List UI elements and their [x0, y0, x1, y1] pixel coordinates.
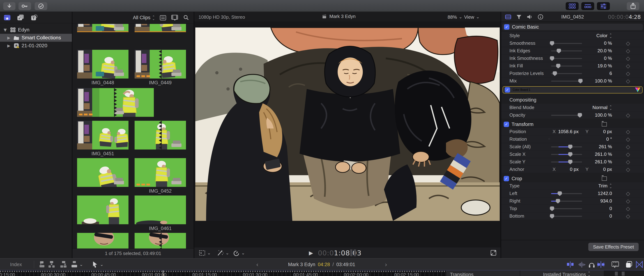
transitions-browser-button[interactable]: [636, 260, 643, 269]
opacity-slider[interactable]: [551, 112, 582, 119]
ink-fill-slider[interactable]: [551, 62, 582, 70]
keyframe-button[interactable]: ◇: [612, 40, 644, 46]
view-popup[interactable]: View⌄: [464, 14, 480, 20]
transitions-filter-popup[interactable]: Installed Transitions ⌃⌄: [531, 272, 603, 276]
blend-mode-popup[interactable]: Normal ⌃⌄: [551, 105, 612, 110]
onscreen-control-icon[interactable]: [602, 122, 607, 126]
clip-thumbnail[interactable]: [77, 24, 128, 32]
onscreen-control-icon[interactable]: [602, 176, 607, 181]
keyframe-button[interactable]: ◇: [612, 198, 644, 204]
keyframe-button[interactable]: ◇: [612, 144, 644, 150]
snapping-toggle-icon[interactable]: [597, 261, 605, 268]
keyframe-button[interactable]: ◇: [612, 63, 644, 69]
position-y-field[interactable]: 0 px: [589, 129, 612, 134]
filmstrip-comment-icon[interactable]: [611, 261, 620, 268]
mix-slider[interactable]: [551, 77, 582, 85]
skimming-toggle-icon[interactable]: [566, 261, 574, 268]
timeline-ruler[interactable]: 00:00:15:0000:00:30:0000:00:45:0000:01:0…: [0, 270, 446, 276]
effect-header-color-board[interactable]: ✓ Color Board 1: [502, 86, 642, 94]
share-button[interactable]: [627, 2, 639, 10]
list-view-icon[interactable]: [160, 15, 166, 21]
effect-header-comic-basic[interactable]: ✓ Comic Basic: [502, 24, 643, 30]
keyframe-button[interactable]: ◇: [612, 55, 644, 62]
ink-smoothness-slider[interactable]: [551, 54, 582, 62]
clip-thumbnail[interactable]: [77, 158, 128, 187]
clip-thumbnail[interactable]: [134, 158, 186, 187]
keyframe-button[interactable]: ◇: [612, 48, 644, 54]
search-icon[interactable]: [183, 14, 190, 21]
scale-all-slider[interactable]: [551, 143, 582, 150]
enhance-popup[interactable]: ⌄: [216, 250, 229, 256]
titles-generators-tab-icon[interactable]: [30, 14, 38, 21]
next-project-button[interactable]: ›: [385, 261, 387, 268]
library-row-edyn[interactable]: ▼ Edyn: [0, 26, 72, 34]
clip-filter-popup[interactable]: All Clips ⌃⌄: [133, 15, 155, 20]
sidebar-item-event[interactable]: ▶ 21-01-2020: [0, 42, 72, 50]
clip-thumbnail[interactable]: [77, 121, 128, 150]
position-x-field[interactable]: 1058.6 px: [556, 129, 578, 134]
keyframe-button[interactable]: ◇: [612, 159, 644, 165]
crop-right-slider[interactable]: [551, 197, 582, 205]
posterize-slider[interactable]: [551, 70, 582, 77]
photos-audio-tab-icon[interactable]: [17, 14, 24, 21]
clip-thumbnail[interactable]: [77, 88, 154, 117]
audio-skimming-toggle-icon[interactable]: [578, 261, 586, 268]
insert-edit-button[interactable]: [48, 261, 55, 268]
index-button[interactable]: Index: [10, 262, 22, 268]
inspector-toggle-button[interactable]: [597, 2, 610, 10]
fullscreen-icon[interactable]: [490, 249, 497, 256]
clip-thumbnail[interactable]: [77, 233, 128, 248]
clip-thumbnail[interactable]: [77, 196, 128, 224]
tool-popup[interactable]: ⌄: [91, 261, 104, 268]
effects-browser-button[interactable]: [625, 260, 633, 269]
effect-enable-checkbox[interactable]: ✓: [505, 87, 510, 92]
keyframe-button[interactable]: ◇: [612, 112, 644, 118]
disclosure-closed-icon[interactable]: ▶: [6, 44, 12, 48]
scale-x-slider[interactable]: [551, 150, 582, 158]
keywords-button[interactable]: [18, 2, 31, 10]
smoothness-slider[interactable]: [551, 40, 582, 47]
style-popup[interactable]: Color ⌃⌄: [551, 33, 612, 38]
filmstrip-view-icon[interactable]: [171, 14, 178, 21]
ink-edges-slider[interactable]: [551, 47, 582, 54]
anchor-x-field[interactable]: 0 px: [556, 166, 578, 172]
append-edit-button[interactable]: [60, 261, 67, 268]
solo-headphones-icon[interactable]: [588, 261, 596, 268]
rotation-field[interactable]: 0 °: [582, 136, 612, 142]
crop-bottom-slider[interactable]: [551, 212, 582, 220]
sidebar-item-smart-collections[interactable]: ▶ Smart Collections: [0, 34, 72, 42]
viewer-stage[interactable]: [194, 22, 500, 247]
clip-thumbnail[interactable]: [77, 50, 128, 78]
overwrite-edit-popup[interactable]: ⌄: [71, 261, 83, 268]
import-media-button[interactable]: [3, 2, 16, 10]
clip-thumbnail[interactable]: [134, 121, 186, 150]
keyframe-button[interactable]: ◇: [612, 136, 644, 142]
clip-thumbnail[interactable]: [134, 50, 186, 78]
save-effects-preset-button[interactable]: Save Effects Preset: [588, 243, 638, 251]
transitions-list-area[interactable]: [604, 270, 644, 276]
timeline-toggle-button[interactable]: [581, 2, 594, 10]
keyframe-button[interactable]: ◇: [612, 78, 644, 84]
previous-project-button[interactable]: ‹: [256, 261, 258, 268]
clip-thumbnail[interactable]: [134, 196, 186, 224]
zoom-popup[interactable]: 88%⌄: [448, 14, 462, 20]
disclosure-open-icon[interactable]: ▼: [2, 28, 8, 32]
clip-thumbnail[interactable]: [134, 233, 186, 248]
crop-enable-checkbox[interactable]: ✓: [504, 176, 509, 181]
keyframe-button[interactable]: ◇: [612, 206, 644, 212]
connect-edit-button[interactable]: [39, 261, 46, 268]
crop-top-slider[interactable]: [551, 205, 582, 212]
clips-tab-icon[interactable]: [4, 14, 11, 21]
transform-tool-popup[interactable]: ⌄: [198, 250, 211, 256]
keyframe-button[interactable]: ◇: [612, 190, 644, 196]
disclosure-closed-icon[interactable]: ▶: [6, 36, 12, 40]
retime-popup[interactable]: ⌄: [233, 250, 245, 256]
keyframe-button[interactable]: ◇: [612, 128, 644, 135]
play-button[interactable]: ▶: [309, 250, 313, 256]
timeline-project-title[interactable]: Mark 3 Edyn: [288, 262, 315, 268]
keyframe-button[interactable]: ◇: [612, 70, 644, 76]
effect-enable-checkbox[interactable]: ✓: [504, 24, 510, 30]
crop-left-slider[interactable]: [551, 190, 582, 197]
audio-meters-button[interactable]: [350, 250, 356, 256]
scale-y-slider[interactable]: [551, 158, 582, 166]
